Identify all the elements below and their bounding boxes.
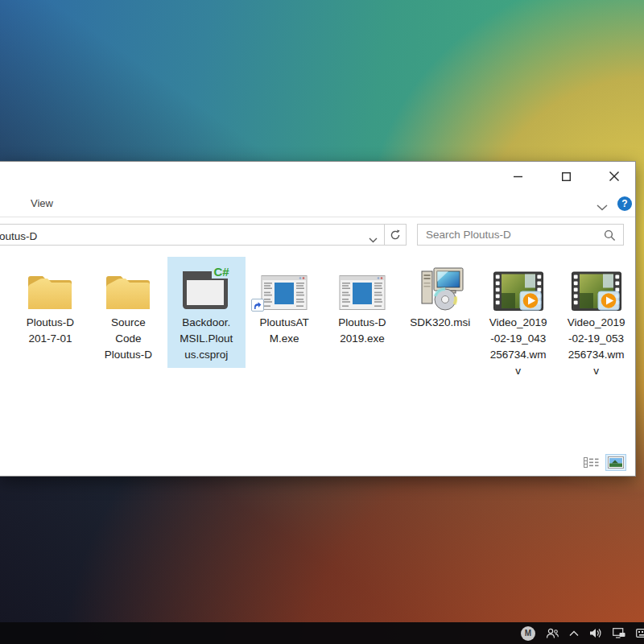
video-thumbnail-icon	[558, 260, 634, 312]
statusbar	[0, 450, 635, 476]
csharp-project-icon: C#	[168, 260, 245, 312]
expand-ribbon-button[interactable]	[597, 200, 608, 214]
search-icon[interactable]	[604, 229, 616, 245]
display-notification-icon[interactable]	[613, 628, 625, 638]
svg-text:C#: C#	[214, 265, 230, 279]
help-button[interactable]: ?	[617, 196, 632, 211]
volume-icon[interactable]	[589, 628, 602, 638]
file-tile-folder-source-code[interactable]: SourceCodePloutus-D	[89, 257, 167, 368]
file-name: Video_2019-02-19_043 256734.wmv	[480, 315, 556, 379]
maximize-icon	[562, 172, 571, 181]
tab-view[interactable]: View	[31, 197, 53, 209]
ribbon-tabs-row: View ?	[0, 191, 635, 217]
address-path: Ploutus-D	[0, 229, 354, 243]
address-bar[interactable]: Ploutus-D	[0, 224, 385, 246]
refresh-icon	[390, 229, 401, 241]
chevron-down-icon	[369, 237, 378, 243]
explorer-window: Ploutus-D View ? Ploutus-D	[0, 161, 636, 477]
chevron-up-icon[interactable]	[569, 630, 579, 637]
refresh-button[interactable]	[384, 224, 407, 246]
file-name: Video_2019-02-19_053 256734.wmv	[558, 315, 634, 379]
file-tile-video-053256734-wmv[interactable]: Video_2019-02-19_053 256734.wmv	[557, 257, 635, 384]
people-icon[interactable]	[546, 628, 559, 639]
address-dropdown-button[interactable]	[369, 232, 378, 246]
file-name: SourceCodePloutus-D	[90, 315, 167, 363]
details-view-button[interactable]	[581, 455, 601, 470]
thumbnail-view-icon	[608, 456, 624, 469]
address-row: Ploutus-D	[0, 224, 635, 246]
help-icon: ?	[621, 198, 627, 209]
file-list: Ploutus-D201-7-01 SourceCodePloutus-D	[0, 246, 635, 452]
minimize-icon	[514, 172, 522, 181]
keyboard-icon[interactable]	[636, 629, 644, 638]
file-tile-ploutusatm-exe[interactable]: PloutusATM.exe	[246, 257, 324, 352]
file-name: PloutusATM.exe	[246, 315, 323, 347]
file-name: Ploutus-D201-7-01	[12, 315, 89, 347]
file-tile-folder-ploutus-d-201-7-01[interactable]: Ploutus-D201-7-01	[11, 257, 89, 352]
close-button[interactable]	[596, 162, 633, 191]
user-avatar[interactable]: M	[521, 626, 535, 641]
search-input[interactable]	[418, 225, 623, 245]
titlebar[interactable]: Ploutus-D	[0, 162, 635, 191]
shortcut-arrow-icon	[251, 299, 264, 312]
minimize-button[interactable]	[499, 162, 536, 191]
installer-icon	[402, 260, 478, 312]
file-tile-csproj-selected[interactable]: C# Backdoor.MSIL.Ploutus.csproj	[167, 257, 246, 368]
search-box	[417, 224, 624, 246]
maximize-button[interactable]	[547, 162, 584, 191]
large-thumbnails-view-button[interactable]	[606, 455, 625, 470]
details-view-icon	[584, 457, 599, 469]
application-icon	[246, 260, 323, 312]
taskbar: M	[0, 622, 644, 644]
file-name: Backdoor.MSIL.Ploutus.csproj	[168, 315, 245, 363]
folder-icon	[90, 260, 167, 312]
file-name: Ploutus-D2019.exe	[324, 315, 401, 347]
folder-icon	[12, 260, 89, 312]
file-tile-video-043256734-wmv[interactable]: Video_2019-02-19_043 256734.wmv	[479, 257, 557, 384]
chevron-down-icon	[597, 204, 608, 211]
file-tile-sdk320-msi[interactable]: SDK320.msi	[401, 257, 479, 336]
window-title: Ploutus-D	[0, 170, 6, 184]
file-tile-ploutus-d-2019-exe[interactable]: Ploutus-D2019.exe	[324, 257, 402, 352]
close-icon	[609, 171, 619, 181]
file-name: SDK320.msi	[402, 315, 478, 331]
video-thumbnail-icon	[480, 260, 556, 312]
application-icon	[324, 260, 401, 312]
